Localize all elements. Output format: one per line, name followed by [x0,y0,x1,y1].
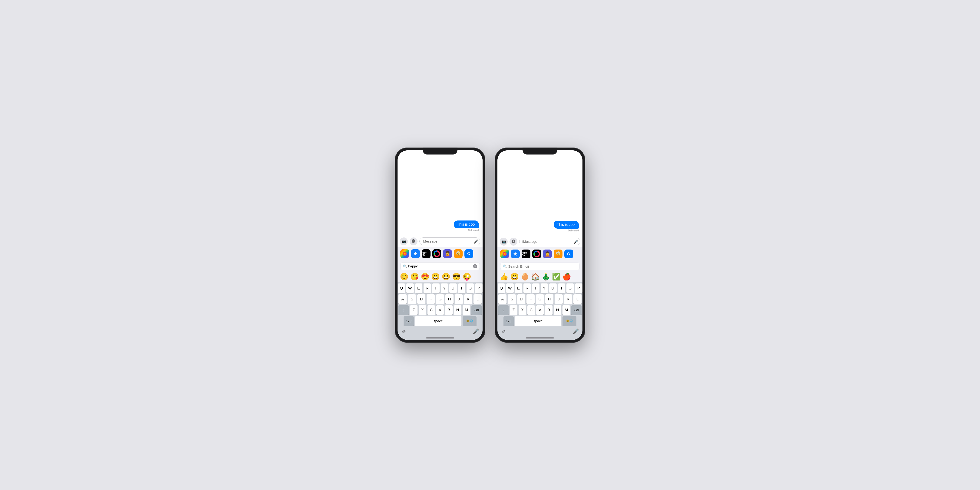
key-D-left[interactable]: D [417,294,425,304]
key-F-right[interactable]: F [527,294,535,304]
key-F-left[interactable]: F [426,294,435,304]
emoji-result-5-right[interactable]: ✅ [552,272,561,281]
drawer-search-left[interactable] [465,249,473,258]
message-input-left[interactable] [419,237,480,245]
key-W-right[interactable]: W [506,283,514,293]
key-W-left[interactable]: W [406,283,414,293]
key-S-left[interactable]: S [408,294,416,304]
key-shift-left[interactable]: ⇧ [398,305,409,315]
key-Y-right[interactable]: Y [541,283,548,293]
emoji-result-3-right[interactable]: 🏠 [531,272,540,281]
drawer-photos-right[interactable] [500,250,509,258]
key-N-right[interactable]: N [554,305,561,315]
key-B-left[interactable]: B [445,305,453,315]
mic-icon-left[interactable]: 🎤 [473,329,479,334]
emoji-result-5-left[interactable]: 😎 [452,272,461,281]
key-L-left[interactable]: L [474,294,482,304]
key-D-right[interactable]: D [517,294,525,304]
key-123-left[interactable]: 123 [404,316,414,326]
drawer-search-right[interactable] [564,250,573,258]
camera-button-right[interactable]: 📷 [500,238,508,246]
key-V-right[interactable]: V [536,305,544,315]
key-C-left[interactable]: C [428,305,435,315]
key-K-left[interactable]: K [464,294,472,304]
drawer-applepay-left[interactable]: Apple Pay [422,249,431,258]
key-A-right[interactable]: A [498,294,506,304]
key-E-right[interactable]: E [515,283,522,293]
key-T-left[interactable]: T [432,283,439,293]
key-J-right[interactable]: J [555,294,563,304]
key-O-left[interactable]: O [466,283,474,293]
mic-icon-right[interactable]: 🎤 [573,329,579,334]
key-H-right[interactable]: H [545,294,554,304]
key-K-right[interactable]: K [564,294,572,304]
emoji-result-2-left[interactable]: 😍 [420,272,430,281]
key-S-right[interactable]: S [508,294,516,304]
emoji-result-2-right[interactable]: 🥚 [520,272,530,281]
key-P-left[interactable]: P [475,283,482,293]
key-M-right[interactable]: M [563,305,570,315]
key-O-right[interactable]: O [566,283,574,293]
key-R-left[interactable]: R [423,283,431,293]
drawer-applepay-right[interactable]: Apple Pay [522,250,530,258]
drawer-memoji2-left[interactable]: 🧑‍🦳 [454,249,463,258]
key-V-left[interactable]: V [436,305,444,315]
key-T-right[interactable]: T [532,283,539,293]
key-G-left[interactable]: G [436,294,444,304]
emoji-face-icon-left[interactable]: ☺ [401,329,406,334]
key-Y-left[interactable]: Y [441,283,448,293]
emoji-search-input-left[interactable] [408,264,472,268]
drawer-memoji1-right[interactable]: 🧑‍🦱 [543,250,552,258]
emoji-result-4-right[interactable]: 🎄 [541,272,550,281]
message-input-right[interactable] [519,238,580,245]
key-X-right[interactable]: X [519,305,526,315]
key-Q-right[interactable]: Q [498,283,505,293]
key-R-right[interactable]: R [523,283,531,293]
emoji-result-1-left[interactable]: 😘 [410,272,419,281]
key-I-left[interactable]: I [458,283,465,293]
key-space-left[interactable]: space [415,316,461,326]
key-L-right[interactable]: L [573,294,582,304]
emoji-result-3-left[interactable]: 😀 [431,272,440,281]
audio-button-left[interactable]: 🎤 [474,239,478,243]
key-B-right[interactable]: B [545,305,552,315]
emoji-search-input-right[interactable] [508,264,577,268]
key-Z-left[interactable]: Z [410,305,417,315]
key-123-right[interactable]: 123 [503,316,514,326]
key-shift-right[interactable]: ⇧ [498,305,509,315]
key-delete-right[interactable]: ⌫ [571,305,582,315]
drawer-photos-left[interactable] [400,249,409,258]
key-emoji-switch-left[interactable]: 😊🌐 [463,316,477,326]
key-space-right[interactable]: space [515,316,561,326]
emoji-result-0-left[interactable]: 😊 [399,272,409,281]
key-H-left[interactable]: H [445,294,453,304]
audio-button-right[interactable]: 🎤 [574,239,578,244]
emoji-result-0-right[interactable]: 👍 [499,272,509,281]
camera-button-left[interactable]: 📷 [400,237,408,245]
key-Q-left[interactable]: Q [398,283,405,293]
key-Z-right[interactable]: Z [510,305,517,315]
emoji-face-icon-right[interactable]: ☺ [501,329,506,334]
drawer-appstore-left[interactable] [411,249,420,258]
appstore-button-left[interactable]: 🅐 [410,237,417,245]
drawer-memoji2-right[interactable]: 🧑‍🦳 [554,250,563,258]
key-M-left[interactable]: M [463,305,470,315]
key-E-left[interactable]: E [415,283,422,293]
drawer-fitness-right[interactable] [532,250,541,258]
key-P-right[interactable]: P [575,283,582,293]
key-I-right[interactable]: I [558,283,565,293]
drawer-appstore-right[interactable] [511,250,520,258]
key-J-left[interactable]: J [455,294,463,304]
key-X-left[interactable]: X [419,305,426,315]
key-delete-left[interactable]: ⌫ [471,305,482,315]
appstore-button-right[interactable]: 🅐 [509,238,517,246]
key-emoji-switch-right[interactable]: 😊🌐 [563,316,576,326]
search-clear-left[interactable]: ✕ [473,264,477,268]
drawer-fitness-left[interactable] [433,249,441,258]
emoji-result-4-left[interactable]: 😆 [441,272,451,281]
emoji-result-1-right[interactable]: 😀 [510,272,519,281]
emoji-result-6-right[interactable]: 🍎 [562,272,571,281]
key-N-left[interactable]: N [454,305,461,315]
emoji-result-6-left[interactable]: 😜 [462,272,472,281]
key-C-right[interactable]: C [527,305,535,315]
